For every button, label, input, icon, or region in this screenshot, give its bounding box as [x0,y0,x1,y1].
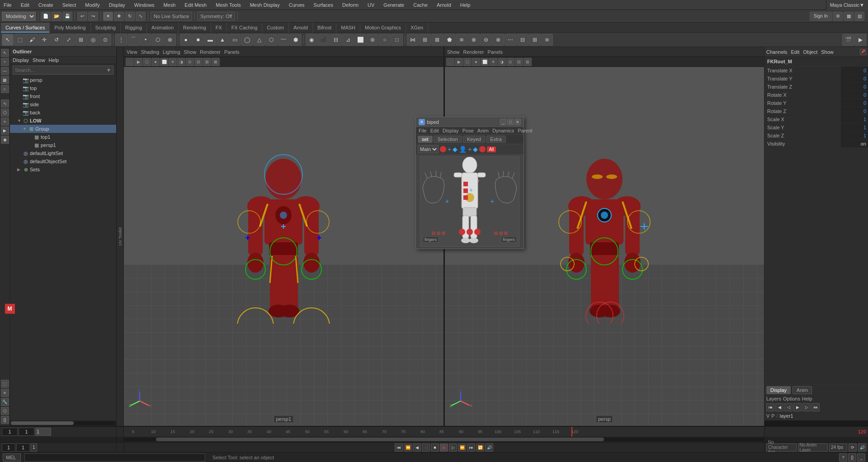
outliner-menu-show[interactable]: Show [33,57,45,63]
channel-val-tx[interactable]: 0 [841,66,868,74]
tree-item-sets[interactable]: ▶ ⊕ Sets [10,165,116,174]
outliner-scrollbar[interactable] [11,421,74,425]
grid-icon2[interactable]: ⊞ [524,58,532,66]
channel-val-rz[interactable]: 0 [841,107,868,115]
sphere-icon[interactable]: ● [180,34,192,46]
split-icon[interactable]: ⋈ [407,34,419,46]
biped-file-menu[interactable]: File [419,128,427,133]
torus-icon[interactable]: ◯ [241,34,253,46]
surface-icon[interactable]: ⬡ [1,108,9,117]
workspace-selector[interactable]: Maya Classic▼ [826,0,868,10]
mel-command-input[interactable] [24,453,205,462]
playback-start-sub[interactable] [16,443,30,452]
panels-icon[interactable]: ▤ [854,12,864,21]
texture-icon2[interactable]: ⬜ [481,58,489,66]
anim-icon3[interactable]: ▶ [455,58,463,66]
no-character-set[interactable]: No Character Set [766,443,797,452]
biped-parent-menu[interactable]: Parent [518,128,532,133]
renderer-menu2[interactable]: Renderer [463,49,484,55]
shading-menu[interactable]: Shading [141,49,159,55]
render-sm-icon[interactable]: ◉ [1,136,9,144]
wireframe-icon2[interactable]: ⬡ [463,58,472,66]
timeline-ruler[interactable]: 5 10 15 20 25 30 35 40 45 50 55 60 65 70 [124,427,764,437]
command-line-icon[interactable]: _ [857,453,865,462]
outliner-menu-display[interactable]: Display [13,57,29,63]
play-back-btn2[interactable]: ◁ [422,443,430,452]
fps-display[interactable]: 24 fps [829,443,847,452]
settings-icon[interactable]: ⚙ [833,12,843,21]
menu-generate[interactable]: Generate [382,1,406,9]
menu-display[interactable]: Display [107,1,127,9]
tree-item-top1[interactable]: ▦ top1 [10,133,116,141]
bot-sq1[interactable] [494,231,498,235]
channel-val-ry[interactable]: 0 [841,99,868,107]
biped-tab-set[interactable]: set [418,136,433,143]
universal-manip-icon[interactable]: ⊞ [75,34,87,46]
bot-sq5[interactable] [437,231,440,235]
script-icon[interactable]: {} [1,416,9,424]
biped-tab-extra[interactable]: Extra [486,136,506,143]
attr-icon[interactable]: 🔧 [1,398,9,406]
tab-fx[interactable]: FX [211,23,227,33]
layout-icon[interactable]: ▦ [844,12,854,21]
loop-btn[interactable]: 🔁 [476,443,484,452]
go-end-btn[interactable]: ⏭ [467,443,475,452]
next-frame-btn2[interactable]: ▷ [449,443,457,452]
biped-diamond2[interactable]: ◆ [473,146,478,153]
edit-menu[interactable]: Edit [791,49,799,55]
cube-icon[interactable]: ■ [192,34,204,46]
menu-help[interactable]: Help [458,1,472,9]
menu-select[interactable]: Select [61,1,78,9]
save-button[interactable]: 💾 [62,12,72,21]
helix-icon[interactable]: 〰 [278,34,289,46]
biped-titlebar[interactable]: B biped _ □ ✕ [416,117,524,127]
plane-icon[interactable]: ▭ [229,34,241,46]
snap-live-icon[interactable]: ⊕ [164,34,176,46]
select-icon[interactable]: ↖ [2,34,14,46]
boolean-icon[interactable]: ⊗ [492,34,504,46]
wireframe-icon[interactable]: ⬡ [143,58,151,66]
channel-name-rx[interactable]: Rotate X [764,92,841,98]
menu-file[interactable]: File [2,1,14,9]
frame-start-input[interactable] [2,428,18,436]
select-mode-icon[interactable]: ↖ [1,49,9,57]
layer-icon[interactable]: ⬚ [1,380,9,388]
tab-arnold[interactable]: Arnold [289,23,313,33]
undo-button[interactable]: ↩ [77,12,87,21]
nurbs-plane-icon[interactable]: ⬜ [354,34,366,46]
tree-item-group[interactable]: ▼ ⊞ Group [10,125,116,133]
menu-deform[interactable]: Deform [340,1,360,9]
renderer-menu[interactable]: Renderer [200,49,221,55]
next-frame-btn[interactable]: ⏭ [811,403,820,411]
display-tab[interactable]: Display [766,386,791,394]
anim-tab[interactable]: Anim [793,386,812,394]
prism-icon[interactable]: △ [253,34,265,46]
shadow-icon[interactable]: ◑ [177,58,185,66]
biped-dynamics-menu[interactable]: Dynamics [492,128,514,133]
scale-tool[interactable]: ⤡ [136,12,146,21]
tab-mash[interactable]: MASH [336,23,360,33]
xray-icon[interactable]: ⊙ [186,58,194,66]
channel-name-rz[interactable]: Rotate Z [764,108,841,114]
channel-val-sz[interactable]: 1 [841,132,868,139]
biped-fingers-right[interactable]: fingers [501,236,517,243]
biped-diamond[interactable]: ◆ [453,146,458,153]
menu-edit-mesh[interactable]: Edit Mesh [183,1,208,9]
biped-edit-menu[interactable]: Edit [430,128,439,133]
menu-uv[interactable]: UV [366,1,376,9]
timeline-thumb[interactable] [156,438,604,441]
help-opt[interactable]: Help [802,396,812,401]
scale-icon[interactable]: ⤢ [63,34,75,46]
tab-xgen[interactable]: XGen [406,23,428,33]
move-tool[interactable]: ✚ [114,12,124,21]
tab-rendering[interactable]: Rendering [179,23,211,33]
options-opt[interactable]: Options [783,396,800,401]
stop-btn[interactable]: ■ [431,443,439,452]
snap-curve-icon[interactable]: ⌒ [127,34,139,46]
curve-icon[interactable]: ∿ [1,99,9,108]
joint-dot1[interactable] [463,182,468,186]
play-fwd-btn[interactable]: ▶ [793,403,802,411]
smooth-icon2[interactable]: ● [151,58,160,66]
biped-right-plus[interactable]: + [491,198,494,205]
redo-button[interactable]: ↪ [88,12,98,21]
